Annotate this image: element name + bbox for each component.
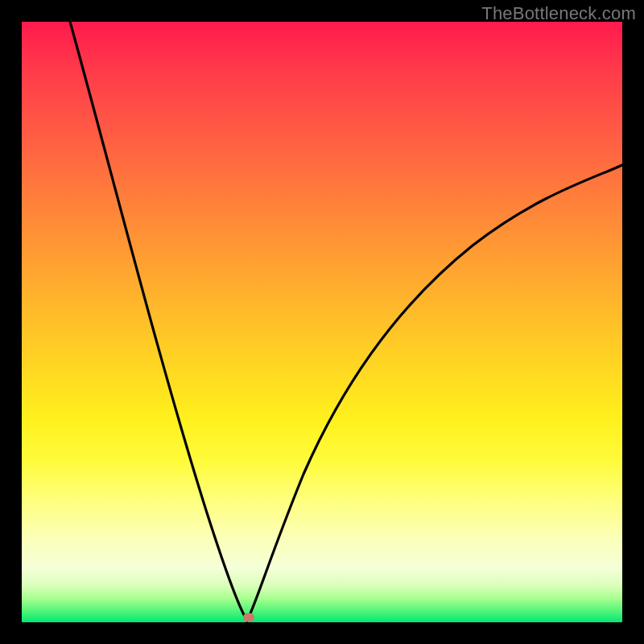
plot-area bbox=[22, 22, 622, 622]
chart-frame: TheBottleneck.com bbox=[0, 0, 644, 644]
curve-right bbox=[247, 165, 622, 621]
curve-left bbox=[70, 22, 247, 621]
watermark-text: TheBottleneck.com bbox=[481, 3, 636, 24]
bottleneck-curve bbox=[22, 22, 622, 622]
optimal-point-marker bbox=[243, 613, 254, 622]
